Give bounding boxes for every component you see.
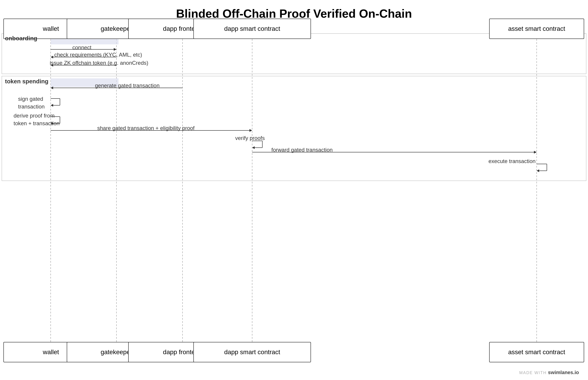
section-onboarding-label: onboarding bbox=[5, 35, 37, 42]
svg-rect-7 bbox=[2, 76, 586, 181]
label-generate-gated: generate gated transaction bbox=[95, 82, 160, 89]
svg-marker-10 bbox=[114, 48, 117, 51]
label-derive-proof: derive proof fromtoken + transaction bbox=[14, 112, 59, 127]
label-issue-zk: issue ZK offchain token (e.g. anonCreds) bbox=[50, 60, 148, 66]
label-verify-proofs: verify proofs bbox=[235, 135, 265, 141]
label-connect: connect bbox=[72, 44, 91, 51]
label-check-requirements: check requirements (KYC, AML, etc) bbox=[54, 52, 142, 58]
svg-marker-16 bbox=[51, 87, 53, 89]
watermark-brand: swimlanes.io bbox=[548, 370, 579, 375]
label-sign-gated: sign gatedtransaction bbox=[18, 95, 45, 110]
svg-marker-30 bbox=[252, 146, 255, 149]
label-execute-transaction: execute transaction bbox=[488, 158, 536, 164]
diagram-container: Blinded Off-Chain Proof Verified On-Chai… bbox=[0, 0, 588, 380]
watermark-prefix: MADE WITH bbox=[519, 370, 547, 375]
actor-asset-smart-contract-top: asset smart contract bbox=[489, 19, 584, 39]
svg-marker-12 bbox=[51, 56, 53, 58]
actor-asset-smart-contract-bottom: asset smart contract bbox=[489, 342, 584, 362]
actor-dapp-smart-contract-top: dapp smart contract bbox=[193, 19, 311, 39]
svg-marker-20 bbox=[51, 104, 53, 107]
svg-marker-32 bbox=[534, 151, 537, 153]
watermark: MADE WITH swimlanes.io bbox=[519, 370, 579, 376]
label-share-gated: share gated transaction + eligibility pr… bbox=[97, 125, 194, 131]
label-forward-gated: forward gated transaction bbox=[271, 147, 333, 153]
svg-marker-36 bbox=[537, 169, 539, 172]
actor-dapp-smart-contract-bottom: dapp smart contract bbox=[193, 342, 311, 362]
svg-marker-26 bbox=[249, 129, 252, 132]
section-token-spending-label: token spending bbox=[5, 78, 48, 85]
